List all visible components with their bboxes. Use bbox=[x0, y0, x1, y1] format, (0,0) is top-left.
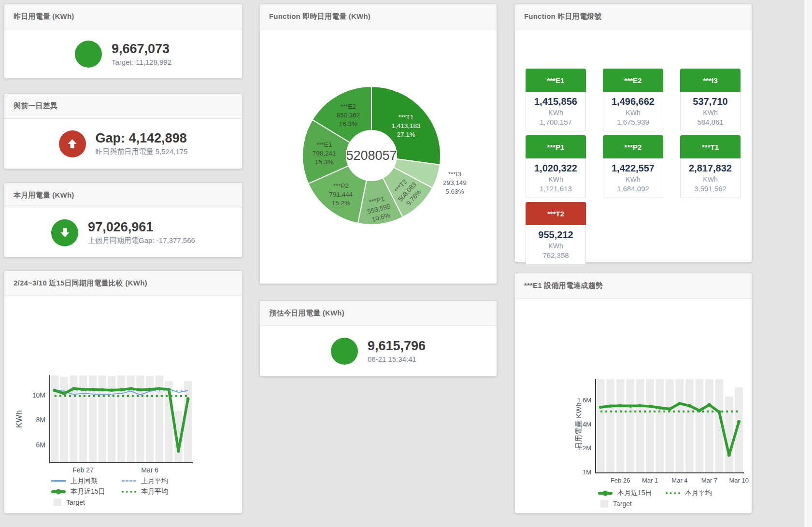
target-bar bbox=[646, 379, 654, 473]
stat-subtitle: 昨日與前日用電量 5,524,175 bbox=[96, 147, 188, 157]
tile-value: 1,415,856 bbox=[528, 96, 584, 107]
stat-value: 9,615,796 bbox=[368, 339, 426, 354]
signal-tile-T2: ***T2955,212KWh762,358 bbox=[526, 202, 586, 265]
tile-target-value: 1,700,157 bbox=[528, 118, 584, 126]
tile-unit-label: KWh bbox=[528, 109, 584, 116]
tile-status-header: ***P1 bbox=[526, 135, 586, 158]
x-tick-label: Mar 10 bbox=[729, 477, 749, 484]
stat-subtitle: Target: 11,128,992 bbox=[112, 58, 171, 66]
tile-value: 2,817,832 bbox=[683, 163, 738, 174]
tile-target-value: 1,684,092 bbox=[605, 185, 661, 193]
e1-chart-legend: 本月近15日本月平均Target bbox=[598, 488, 712, 509]
target-bar bbox=[51, 375, 58, 463]
legend-item-本月近15日[interactable]: 本月近15日 bbox=[598, 488, 666, 498]
stat-text: 9,615,796 06-21 15:34:41 bbox=[368, 339, 426, 363]
legend-item-本月平均[interactable]: 本月平均 bbox=[666, 488, 712, 498]
panel-signal-lights: Function 昨日用電燈號 ***E11,415,856KWh1,700,1… bbox=[514, 4, 752, 262]
signal-tile-P1: ***P11,020,322KWh1,121,613 bbox=[526, 135, 586, 198]
y-tick-label: 6M bbox=[36, 441, 45, 449]
x-tick-label: Feb 26 bbox=[611, 477, 630, 484]
x-tick-label: Mar 6 bbox=[141, 466, 158, 474]
target-bar bbox=[616, 379, 625, 473]
y-tick-label: 10M bbox=[32, 391, 45, 399]
status-circle-icon bbox=[75, 41, 102, 68]
legend-swatch-line-icon bbox=[51, 480, 66, 482]
y-tick-label: 1M bbox=[583, 469, 591, 476]
legend-item-本月平均[interactable]: 本月平均 bbox=[122, 486, 168, 497]
stat-timestamp: 06-21 15:34:41 bbox=[368, 355, 426, 363]
tile-body: 1,415,856KWh1,700,157 bbox=[526, 92, 586, 131]
panel-month-usage: 本月用電量 (KWh) 97,026,961 上個月同期用電Gap: -17,3… bbox=[4, 183, 242, 257]
legend-label: 本月平均 bbox=[685, 489, 712, 498]
tile-target-value: 3,591,562 bbox=[683, 185, 738, 193]
tile-value: 955,212 bbox=[528, 229, 584, 241]
stat-text: 9,667,073 Target: 11,128,992 bbox=[112, 42, 171, 66]
panel-day-gap: 與前一日差異 Gap: 4,142,898 昨日與前日用電量 5,524,175 bbox=[4, 93, 242, 169]
stat-text: 97,026,961 上個月同期用電Gap: -17,377,566 bbox=[88, 220, 195, 245]
stat-value: 97,026,961 bbox=[88, 220, 195, 235]
panel-body: Gap: 4,142,898 昨日與前日用電量 5,524,175 bbox=[4, 119, 242, 169]
legend-swatch-box-icon bbox=[600, 500, 608, 508]
tile-unit-label: KWh bbox=[605, 175, 661, 183]
signal-tile-E1: ***E11,415,856KWh1,700,157 bbox=[526, 69, 586, 131]
target-bar bbox=[626, 379, 634, 473]
tile-body: 537,710KWh584,861 bbox=[680, 92, 741, 131]
stat-value: 9,667,073 bbox=[112, 42, 171, 57]
stat-row: 9,667,073 Target: 11,128,992 bbox=[4, 29, 242, 78]
arrow-down-icon bbox=[58, 226, 71, 239]
scrollbar[interactable] bbox=[805, 0, 812, 527]
panel-yesterday-usage: 昨日用電量 (KWh) 9,667,073 Target: 11,128,992 bbox=[4, 4, 242, 79]
tile-status-header: ***E2 bbox=[603, 69, 663, 92]
legend-label: Target bbox=[613, 500, 632, 508]
legend-item-本月近15日[interactable]: 本月近15日 bbox=[51, 486, 122, 497]
legend-item-上月同期[interactable]: 上月同期 bbox=[51, 476, 122, 486]
legend-label: 本月近15日 bbox=[617, 489, 652, 498]
x-tick-label: Mar 7 bbox=[701, 477, 717, 484]
e1-trend-chart[interactable]: 1M1.2M1.4M1.6MFeb 26Mar 1Mar 4Mar 7Mar 1… bbox=[515, 299, 752, 513]
stat-row: 9,615,796 06-21 15:34:41 bbox=[260, 326, 497, 376]
legend-label: 本月近15日 bbox=[71, 487, 105, 496]
tile-body: 955,212KWh762,358 bbox=[526, 225, 586, 265]
panel-title: 預估今日用電量 (KWh) bbox=[269, 309, 344, 318]
tile-unit-label: KWh bbox=[683, 175, 738, 183]
target-bar bbox=[636, 379, 644, 473]
tile-value: 537,710 bbox=[683, 96, 738, 107]
panel-body: 9,667,073 Target: 11,128,992 bbox=[4, 29, 242, 78]
panel-body: 9,615,796 06-21 15:34:41 bbox=[260, 326, 497, 376]
panel-15day-compare: 2/24~3/10 近15日同期用電量比較 (KWh) 6M8M10MFeb 2… bbox=[4, 271, 242, 513]
legend-swatch-box-icon bbox=[54, 499, 61, 506]
tile-value: 1,020,322 bbox=[528, 163, 584, 174]
dashboard: 昨日用電量 (KWh) 9,667,073 Target: 11,128,992… bbox=[0, 0, 812, 527]
tile-status-header: ***T2 bbox=[526, 202, 586, 225]
tile-value: 1,422,557 bbox=[605, 163, 661, 174]
tile-value: 1,496,662 bbox=[605, 96, 661, 107]
legend-item-上月平均[interactable]: 上月平均 bbox=[122, 476, 168, 486]
stat-value: Gap: 4,142,898 bbox=[96, 131, 188, 146]
tile-status-header: ***E1 bbox=[526, 69, 586, 92]
panel-title: Function 昨日用電燈號 bbox=[524, 12, 602, 21]
panel-title: 本月用電量 (KWh) bbox=[14, 191, 74, 200]
tile-body: 1,020,322KWh1,121,613 bbox=[526, 158, 586, 198]
signal-tile-I3: ***I3537,710KWh584,861 bbox=[680, 69, 741, 131]
legend-item-Target[interactable]: Target bbox=[598, 499, 666, 509]
panel-header: 昨日用電量 (KWh) bbox=[4, 4, 242, 29]
stat-subtitle: 上個月同期用電Gap: -17,377,566 bbox=[88, 236, 195, 245]
x-tick-label: Mar 1 bbox=[642, 477, 658, 484]
panel-header: 預估今日用電量 (KWh) bbox=[260, 301, 497, 326]
legend-label: Target bbox=[66, 499, 85, 506]
tile-body: 1,496,662KWh1,675,939 bbox=[603, 92, 663, 131]
legend-swatch-thick-icon bbox=[598, 492, 613, 495]
panel-body: ***E11,415,856KWh1,700,157***E21,496,662… bbox=[515, 29, 752, 262]
target-bar bbox=[597, 379, 605, 473]
tile-body: 2,817,832KWh3,591,562 bbox=[680, 158, 741, 198]
panel-title: 2/24~3/10 近15日同期用電量比較 (KWh) bbox=[14, 279, 147, 288]
legend-item-Target[interactable]: Target bbox=[51, 497, 122, 507]
signal-tile-E2: ***E21,496,662KWh1,675,939 bbox=[603, 69, 663, 131]
panel-title: 昨日用電量 (KWh) bbox=[14, 12, 74, 21]
tile-unit-label: KWh bbox=[528, 175, 584, 183]
panel-body: 1M1.2M1.4M1.6MFeb 26Mar 1Mar 4Mar 7Mar 1… bbox=[515, 299, 752, 513]
tile-target-value: 584,861 bbox=[683, 118, 738, 126]
realtime-usage-donut-chart[interactable]: ***T11,413,18327.1%***I3293,1495.63%***T… bbox=[260, 29, 497, 284]
target-bar bbox=[666, 379, 674, 473]
legend-label: 上月平均 bbox=[141, 477, 168, 485]
